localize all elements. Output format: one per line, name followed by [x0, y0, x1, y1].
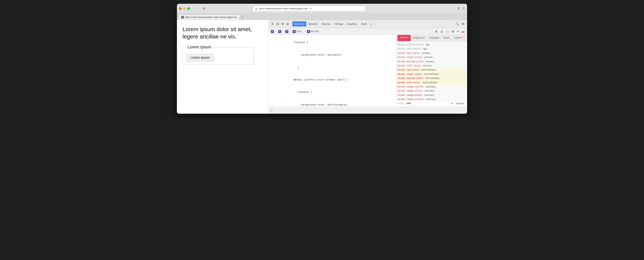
- dom-line[interactable]: background-color: gainsboro;: [269, 49, 396, 61]
- dom-line[interactable]: background-color: darkslategray;: [269, 99, 396, 106]
- breadcrumb-elem-1: E: [271, 30, 274, 33]
- page-preview: Lorem ipsum dolor sit amet,legere ancill…: [177, 20, 269, 114]
- forward-button[interactable]: ›: [197, 7, 200, 11]
- address-bar[interactable]: 🔒 color-scheme-prefers-color-scheme.glit…: [253, 6, 365, 12]
- minimize-button[interactable]: [183, 7, 186, 10]
- browser-content: Lorem ipsum dolor sit amet,legere ancill…: [177, 20, 467, 114]
- breadcrumb-item-1[interactable]: E: [270, 30, 275, 33]
- url-text: color-scheme-prefers-color-scheme.glitch…: [259, 7, 308, 10]
- style-tab-layers[interactable]: Layers: [452, 35, 465, 41]
- console-input[interactable]: [274, 109, 465, 112]
- back-button[interactable]: ‹: [193, 7, 196, 11]
- devtools-tabs: Elements Network Sources Storage Graphic…: [292, 21, 368, 27]
- css-prop: border-right-color: buttonface;: [398, 72, 466, 76]
- sidebar-toggle-button[interactable]: ⊞: [202, 6, 206, 11]
- css-prop: border-image-outset: initial;: [398, 97, 466, 100]
- title-bar: ‹ › ⊞ 🔒 color-scheme-prefers-color-schem…: [177, 4, 467, 14]
- new-window-button[interactable]: ⊡: [462, 6, 465, 11]
- dom-tool-grid2[interactable]: ⊞: [451, 29, 455, 34]
- dom-tool-pen[interactable]: ✏: [456, 29, 460, 34]
- tab-sources[interactable]: Sources: [320, 21, 332, 27]
- tab-audit[interactable]: Audit: [359, 21, 368, 27]
- breadcrumb-arrow-4: ›: [304, 30, 306, 33]
- breadcrumb-item-5[interactable]: E button: [306, 30, 320, 33]
- filter-icon: ⊙: [400, 102, 403, 105]
- tab-graphics[interactable]: Graphics: [346, 21, 359, 27]
- tab-elements[interactable]: Elements: [292, 21, 306, 27]
- styles-filter-bar: + ⊙ ✕ Classes: [396, 100, 467, 106]
- browser-tab[interactable]: c https://color-scheme-prefers-color-sch…: [178, 15, 240, 20]
- css-prop: border-image-source: initial;: [398, 85, 466, 89]
- styles-panel: Styles Computed Changes Node Layers bord…: [396, 35, 467, 106]
- devtools-cursor-button[interactable]: ⊕: [285, 21, 290, 27]
- dom-line[interactable]: @media (prefers-color-scheme: dark) {: [269, 74, 396, 86]
- dom-line[interactable]: }: [269, 61, 396, 74]
- dom-line[interactable]: fieldset {: [269, 86, 396, 99]
- style-tab-computed[interactable]: Computed: [411, 35, 427, 41]
- share-button[interactable]: ⬆: [457, 6, 460, 11]
- styles-filter-input[interactable]: [404, 101, 450, 105]
- dom-line[interactable]: fieldset {: [269, 36, 396, 49]
- breadcrumb-elem-2: E: [278, 30, 281, 33]
- console-bar: ❯: [269, 106, 467, 114]
- lock-icon: 🔒: [255, 7, 258, 10]
- breadcrumb-arrow-2: ›: [283, 30, 284, 33]
- tab-network[interactable]: Network: [307, 21, 320, 27]
- css-prop: border-top-color: buttonface;: [398, 68, 466, 72]
- breadcrumb-elem-5: E: [307, 30, 310, 33]
- breadcrumb-item-4[interactable]: E fiel…: [292, 30, 304, 33]
- page-paragraph: Lorem ipsum dolor sit amet,legere ancill…: [182, 26, 263, 40]
- devtools-close-button[interactable]: ✕: [270, 21, 275, 27]
- dom-tool-print[interactable]: 🖨: [439, 29, 444, 34]
- css-prop: border-image-width: initial;: [398, 93, 466, 97]
- clear-filter-button[interactable]: ✕: [451, 102, 453, 105]
- style-tab-node[interactable]: Node: [442, 35, 452, 41]
- tab-storage[interactable]: Storage: [333, 21, 345, 27]
- breadcrumb-item-3[interactable]: E: [284, 30, 289, 33]
- legend-demo: Lorem ipsum: [186, 45, 212, 50]
- devtools-search-button[interactable]: 🔍: [454, 21, 460, 27]
- styles-content: border-bottom-width: 2px border-left-wid…: [396, 41, 467, 100]
- devtools-more-button[interactable]: »: [369, 22, 373, 26]
- dom-tools: ⊞ 🖨 ⬜ ⊞ ✏ ▬: [434, 29, 466, 34]
- breadcrumb-label-5: button: [310, 30, 319, 33]
- close-button[interactable]: [179, 7, 182, 10]
- devtools-panel: ✕ ⊟ ⊕ ⊕ Elements Network Sources Storage…: [269, 20, 467, 114]
- dom-breadcrumb: E › E › E › E fiel… › E button: [269, 28, 467, 35]
- dom-tool-grid[interactable]: ⊞: [434, 29, 438, 34]
- button-demo[interactable]: Lorem ipsum: [186, 54, 214, 61]
- styles-classes-button[interactable]: Classes: [454, 101, 466, 105]
- maximize-button[interactable]: [188, 7, 190, 10]
- style-tab-styles[interactable]: Styles: [398, 35, 411, 41]
- console-arrow: ❯: [271, 108, 273, 112]
- devtools-inspect-button[interactable]: ⊕: [280, 21, 285, 27]
- nav-buttons: ‹ ›: [193, 7, 200, 11]
- devtools-toolbar: ✕ ⊟ ⊕ ⊕ Elements Network Sources Storage…: [269, 20, 467, 28]
- devtools-settings-button[interactable]: ⚙: [461, 21, 466, 27]
- css-prop: border-bottom-width: 2px: [398, 43, 466, 47]
- css-prop: border-bottom-color: buttonface;: [398, 76, 466, 80]
- breadcrumb-item-2[interactable]: E: [278, 30, 282, 33]
- fieldset-demo: Lorem ipsum Lorem ipsum: [182, 45, 254, 65]
- dom-panel: fieldset { background-color: gainsboro; …: [269, 35, 396, 106]
- breadcrumb-arrow-3: ›: [290, 30, 291, 33]
- toolbar-separator: [291, 22, 291, 26]
- styles-add-button[interactable]: +: [398, 102, 399, 105]
- breadcrumb-elem-4: E: [292, 30, 296, 33]
- new-tab-button[interactable]: +: [240, 15, 245, 20]
- css-prop: border-right-style: outset;: [398, 55, 466, 59]
- reload-button[interactable]: ↺: [310, 7, 312, 10]
- toolbar-right: ⬆ ⊡: [457, 6, 465, 11]
- dom-tool-box[interactable]: ⬜: [444, 29, 450, 34]
- tab-favicon: c: [181, 16, 184, 19]
- breadcrumb-arrow-1: ›: [276, 30, 277, 33]
- traffic-lights: [179, 7, 190, 10]
- devtools-dock-button[interactable]: ⊟: [275, 21, 280, 27]
- tab-label: https://color-scheme-prefers-color-schem…: [185, 16, 237, 19]
- css-prop: border-left-width: 2px: [398, 47, 466, 51]
- style-tab-changes[interactable]: Changes: [427, 35, 442, 41]
- css-prop: border-left-style: outset;: [398, 64, 466, 68]
- css-prop: border-top-style: outset;: [398, 51, 466, 55]
- dom-tool-color[interactable]: ▬: [461, 29, 466, 34]
- breadcrumb-elem-3: E: [285, 30, 288, 33]
